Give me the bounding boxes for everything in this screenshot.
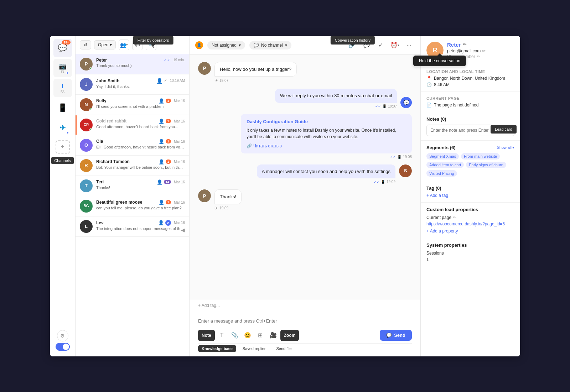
- message-row: P Hello, how do you set up a trigger? ✈ …: [198, 62, 412, 83]
- knowledge-base-button[interactable]: Knowledge base: [198, 345, 236, 352]
- conv-avatar: BG: [80, 200, 93, 213]
- conv-avatar: N: [80, 98, 93, 111]
- custom-props-section: Custom lead properties Current page ✏ ht…: [421, 203, 520, 238]
- emoji-button[interactable]: 😊: [242, 330, 253, 341]
- article-card-container: Dashly Configuration Guide It only takes…: [241, 114, 412, 159]
- add-property-button[interactable]: + Add a property: [426, 229, 514, 234]
- conv-avatar: R: [80, 159, 93, 172]
- conv-item-nelly[interactable]: N Nelly 👤 1 Mar 16 I'll send you screens…: [76, 95, 189, 115]
- tag-row[interactable]: + Add tag...: [190, 300, 420, 311]
- conv-body: Cold red rabbit 👤 1 Mar 16 Good afternoo…: [96, 119, 185, 129]
- filter-reload-button[interactable]: ↺: [80, 40, 91, 49]
- conv-body: Peter ✓✓ 19 min. Thank you so much): [96, 58, 185, 68]
- sidebar-icon-chat[interactable]: 💬 99+: [53, 39, 72, 57]
- chat-toolbar: Note T 📎 😊 ⊞ 🎥 Zoom 💬 Send: [198, 330, 412, 341]
- segment-tag: Segment Xmas: [426, 153, 459, 160]
- lead-card-tooltip: Lead card: [491, 125, 517, 134]
- chat-messages: P Hello, how do you set up a trigger? ✈ …: [190, 55, 420, 300]
- message-row: P Thanks! ✈ 19:09: [198, 189, 412, 211]
- article-link[interactable]: 🔗 Читать статью: [247, 143, 406, 148]
- operator-icon: 💬: [400, 97, 412, 108]
- conv-body: Nelly 👤 1 Mar 16 I'll send you screensho…: [96, 98, 185, 109]
- conv-item-john[interactable]: J John Smith 👤 ✓ 10:19 AM Yay, I did it,…: [76, 74, 189, 95]
- message-avatar: P: [198, 62, 211, 75]
- sidebar-icon-facebook[interactable]: f FA: [53, 79, 72, 97]
- location-section: Location and local time 📍 Bangor, North …: [421, 65, 520, 92]
- conv-avatar: T: [80, 179, 93, 192]
- sidebar-icon-whatsapp[interactable]: 📱: [53, 99, 72, 117]
- conv-avatar: P: [80, 58, 93, 70]
- video-button[interactable]: 🎥: [268, 330, 279, 341]
- filter-operators-tooltip: Filter by operators: [133, 36, 173, 45]
- message-row-article: Dashly Configuration Guide It only takes…: [198, 114, 412, 159]
- sessions-value: 1: [426, 257, 514, 262]
- hold-button[interactable]: ⏰▾: [389, 40, 400, 51]
- conv-body: Ola 👤 1 Mar 16 Elli: Good afternoon, hav…: [96, 139, 185, 149]
- message-row: 💬 We will reply to you within 30 minutes…: [198, 89, 412, 108]
- edit-prop-icon[interactable]: ✏: [453, 215, 456, 220]
- add-channel-button[interactable]: +: [56, 140, 70, 154]
- show-all-segments-button[interactable]: Show all ▾: [497, 145, 514, 150]
- message-bubble-incoming: Hello, how do you set up a trigger? ✈ 19…: [214, 62, 297, 83]
- send-file-button[interactable]: Send file: [273, 345, 295, 352]
- toggle-button[interactable]: [56, 343, 70, 351]
- system-props-section: System properties Sessions 1: [421, 238, 520, 266]
- conv-body: John Smith 👤 ✓ 10:19 AM Yay, I did it, t…: [96, 78, 185, 89]
- conv-item-teri[interactable]: T Teri 👤 14 Mar 16 Thanks!: [76, 176, 189, 196]
- conv-avatar: J: [80, 78, 93, 91]
- conv-avatar: L: [80, 220, 93, 233]
- add-tag-button[interactable]: + Add a tag: [426, 193, 514, 198]
- channel-button[interactable]: 💬 No channel ▾: [249, 41, 291, 49]
- snippet-button[interactable]: ⊞: [255, 330, 266, 341]
- chat-main: 👤 Not assigned ▾ 💬 No channel ▾ 🔗 💬 ✓ ⏰▾…: [190, 36, 420, 356]
- conv-item-ola[interactable]: O Ola 👤 1 Mar 16 Elli: Good afternoon, h…: [76, 135, 189, 156]
- settings-button[interactable]: ⚙: [57, 330, 68, 341]
- edit-email-icon[interactable]: ✏: [482, 48, 486, 53]
- conv-item-lev[interactable]: L Lev 👤 2 Mar 16 The integration does no…: [76, 216, 189, 237]
- conv-body: Teri 👤 14 Mar 16 Thanks!: [96, 179, 185, 190]
- send-button[interactable]: 💬 Send: [380, 330, 412, 341]
- segment-tags: Segment Xmas From main website Added ite…: [426, 153, 514, 177]
- conv-item-richard[interactable]: R Richard Tomson 👤 1 Mar 16 Bot: Your ma…: [76, 156, 189, 176]
- sidebar-icon-telegram[interactable]: ✈: [53, 119, 72, 137]
- text-format-button[interactable]: T: [216, 330, 228, 341]
- conv-body: Richard Tomson 👤 1 Mar 16 Bot: Your mana…: [96, 159, 185, 169]
- current-page-section: Current page 📄 The page is not defined: [421, 92, 520, 112]
- sidebar-icon-instagram[interactable]: 📷 IN: [53, 59, 72, 77]
- edit-phone-icon[interactable]: ✏: [477, 54, 480, 59]
- chat-badge: 99+: [62, 40, 70, 45]
- more-button[interactable]: ···: [403, 40, 415, 51]
- segment-tag: From main website: [461, 153, 500, 160]
- message-bubble-outgoing: A manager will contact you soon and help…: [257, 164, 395, 184]
- prop-url-link[interactable]: https://woocomerce.dashly.io/?page_id=5: [426, 221, 505, 226]
- segments-section: Segments (6) Show all ▾ Segment Xmas Fro…: [421, 141, 520, 181]
- tags-section: Tag (0) + Add a tag: [421, 181, 520, 203]
- conv-item-cold-rabbit[interactable]: CR Cold red rabbit 👤 1 Mar 16 Good after…: [76, 115, 189, 135]
- assign-avatar: 👤: [195, 41, 203, 49]
- segment-tag: Early signs of churn: [466, 162, 506, 168]
- conv-avatar: O: [80, 139, 93, 152]
- conv-body: Lev 👤 2 Mar 16 The integration does not …: [96, 220, 185, 231]
- assign-filter-button[interactable]: 👥▾: [119, 40, 129, 50]
- conversation-history-tooltip: Conversation history: [331, 36, 375, 45]
- operator-avatar: S: [399, 164, 412, 177]
- check-button[interactable]: ✓: [375, 40, 386, 51]
- conversation-list: ↺ Open ▾ 👥▾ 🏷 🔍 P Peter ✓✓: [76, 36, 190, 356]
- edit-name-icon[interactable]: ✏: [463, 42, 466, 47]
- message-avatar: P: [198, 189, 211, 202]
- hold-conversation-tooltip: Hold the conversation: [413, 56, 466, 66]
- prop-value-row: https://woocomerce.dashly.io/?page_id=5: [426, 221, 514, 226]
- conv-item-moose[interactable]: BG Beautiful green moose 👤 1 Mar 16 can …: [76, 196, 189, 216]
- segment-tag: Added item to cart: [426, 162, 464, 168]
- status-filter-button[interactable]: Open ▾: [94, 40, 116, 49]
- zoom-button[interactable]: Zoom: [280, 330, 299, 341]
- segment-tag: Visited Pricing: [426, 170, 457, 177]
- attach-button[interactable]: 📎: [229, 330, 240, 341]
- saved-replies-button[interactable]: Saved replies: [239, 345, 270, 352]
- conv-body: Beautiful green moose 👤 1 Mar 16 can you…: [96, 200, 185, 210]
- conv-item-peter[interactable]: P Peter ✓✓ 19 min. Thank you so much): [76, 54, 189, 74]
- note-button[interactable]: Note: [198, 330, 215, 341]
- assign-button[interactable]: Not assigned ▾: [207, 41, 245, 49]
- message-input[interactable]: [198, 315, 412, 327]
- message-bubble-outgoing: We will reply to you within 30 minutes v…: [275, 89, 397, 108]
